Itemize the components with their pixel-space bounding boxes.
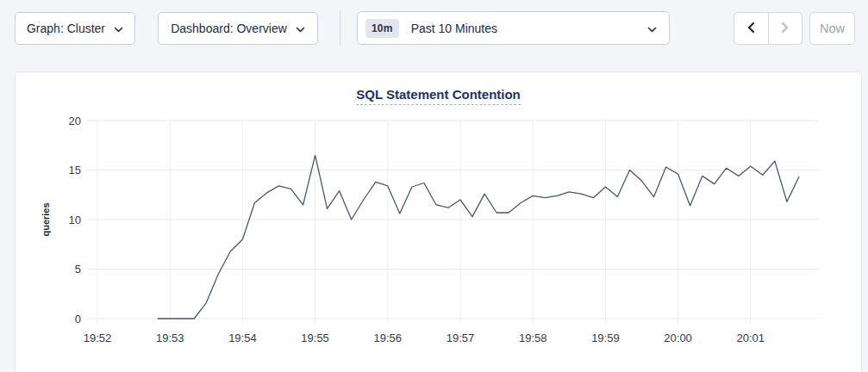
svg-text:0: 0 <box>75 313 81 326</box>
time-range-selector[interactable]: 10m Past 10 Minutes <box>357 11 670 45</box>
toolbar-divider <box>340 10 340 45</box>
dashboard-dropdown-label: Dashboard: Overview <box>171 22 287 35</box>
chart-card: SQL Statement Contention 0510152019:5219… <box>15 71 862 372</box>
svg-text:5: 5 <box>75 263 81 276</box>
svg-text:19:52: 19:52 <box>84 332 112 344</box>
prev-window-button[interactable] <box>734 13 768 44</box>
chevron-down-icon <box>296 22 305 35</box>
svg-text:10: 10 <box>69 214 81 226</box>
now-button[interactable]: Now <box>809 12 855 45</box>
svg-text:queries: queries <box>41 202 51 236</box>
svg-text:20:00: 20:00 <box>664 332 692 344</box>
svg-text:20:01: 20:01 <box>737 332 765 344</box>
time-range-badge: 10m <box>365 19 399 38</box>
time-window-nav <box>734 12 802 45</box>
svg-text:19:59: 19:59 <box>591 332 620 344</box>
chevron-down-icon <box>114 22 123 35</box>
chevron-right-icon <box>780 22 790 36</box>
chevron-left-icon <box>746 22 756 36</box>
svg-text:19:55: 19:55 <box>301 332 329 344</box>
chevron-down-icon <box>647 21 657 36</box>
sql-contention-chart[interactable]: 0510152019:5219:5319:5419:5519:5619:5719… <box>16 72 863 372</box>
svg-text:19:56: 19:56 <box>374 332 403 344</box>
graph-dropdown-label: Graph: Cluster <box>27 22 105 35</box>
svg-text:19:57: 19:57 <box>446 332 475 344</box>
time-range-label: Past 10 Minutes <box>411 22 647 35</box>
graph-dropdown[interactable]: Graph: Cluster <box>15 12 135 45</box>
svg-text:19:54: 19:54 <box>228 332 257 344</box>
dashboard-dropdown[interactable]: Dashboard: Overview <box>158 12 318 45</box>
svg-text:15: 15 <box>69 164 81 177</box>
svg-text:20: 20 <box>69 115 81 127</box>
svg-text:19:53: 19:53 <box>156 332 184 344</box>
next-window-button[interactable] <box>768 13 802 44</box>
svg-text:19:58: 19:58 <box>519 332 547 344</box>
